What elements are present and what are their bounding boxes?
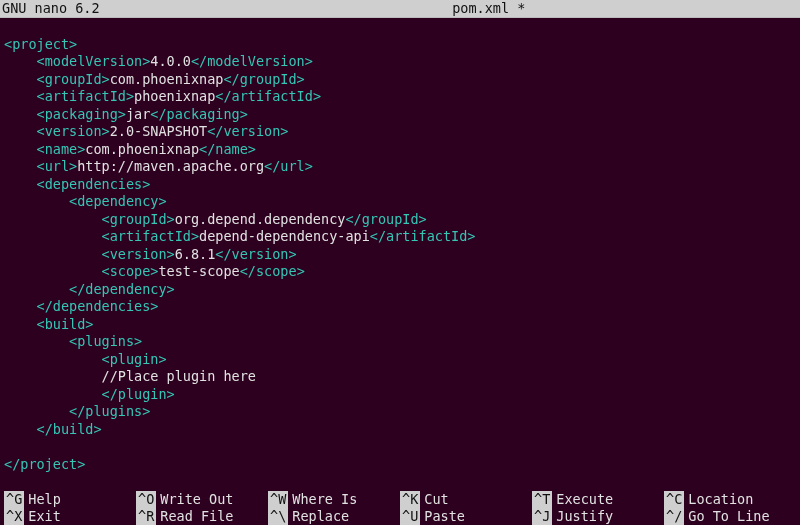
xml-tag: </version> <box>215 246 296 262</box>
shortcut-key: ^C <box>664 491 684 508</box>
xml-tag: </url> <box>264 158 313 174</box>
xml-text: 6.8.1 <box>175 246 216 262</box>
xml-tag: <build> <box>37 316 94 332</box>
xml-tag: <version> <box>102 246 175 262</box>
xml-text: com.phoenixnap <box>85 141 199 157</box>
shortcut-key: ^/ <box>664 508 684 525</box>
shortcut-label: Cut <box>424 491 448 508</box>
xml-tag: <name> <box>37 141 86 157</box>
xml-tag: <version> <box>37 123 110 139</box>
xml-tag: </packaging> <box>150 106 248 122</box>
shortcut-label: Paste <box>424 508 465 525</box>
xml-tag: <packaging> <box>37 106 126 122</box>
xml-tag: </version> <box>207 123 288 139</box>
shortcut-help[interactable]: ^GHelp <box>4 491 136 508</box>
shortcut-label: Go To Line <box>688 508 769 525</box>
xml-text: 2.0-SNAPSHOT <box>110 123 208 139</box>
xml-text: 4.0.0 <box>150 53 191 69</box>
xml-tag: </groupId> <box>345 211 426 227</box>
shortcut-key: ^J <box>532 508 552 525</box>
title-bar: GNU nano 6.2 pom.xml * <box>0 0 800 18</box>
shortcut-key: ^K <box>400 491 420 508</box>
xml-text: http://maven.apache.org <box>77 158 264 174</box>
xml-tag: </artifactId> <box>215 88 321 104</box>
xml-tag: <artifactId> <box>102 228 200 244</box>
shortcut-cut[interactable]: ^KCut <box>400 491 532 508</box>
shortcut-label: Location <box>688 491 753 508</box>
shortcut-row-2: ^XExit ^RRead File ^\Replace ^UPaste ^JJ… <box>0 508 800 525</box>
xml-tag: <groupId> <box>37 71 110 87</box>
xml-tag: </dependency> <box>69 281 175 297</box>
shortcut-key: ^O <box>136 491 156 508</box>
xml-tag: </scope> <box>240 263 305 279</box>
xml-tag: <dependencies> <box>37 176 151 192</box>
shortcut-execute[interactable]: ^TExecute <box>532 491 664 508</box>
shortcut-label: Help <box>28 491 61 508</box>
shortcut-readfile[interactable]: ^RRead File <box>136 508 268 525</box>
xml-tag: </modelVersion> <box>191 53 313 69</box>
xml-text: //Place plugin here <box>102 368 256 384</box>
shortcut-location[interactable]: ^CLocation <box>664 491 796 508</box>
xml-tag: </plugins> <box>69 403 150 419</box>
shortcut-gotoline[interactable]: ^/Go To Line <box>664 508 796 525</box>
shortcut-bar: ^GHelp ^OWrite Out ^WWhere Is ^KCut ^TEx… <box>0 491 800 525</box>
shortcut-key: ^T <box>532 491 552 508</box>
xml-tag: </artifactId> <box>370 228 476 244</box>
shortcut-row-1: ^GHelp ^OWrite Out ^WWhere Is ^KCut ^TEx… <box>0 491 800 508</box>
xml-tag: <dependency> <box>69 193 167 209</box>
shortcut-exit[interactable]: ^XExit <box>4 508 136 525</box>
xml-tag: <project> <box>4 36 77 52</box>
shortcut-label: Read File <box>160 508 233 525</box>
shortcut-label: Replace <box>292 508 349 525</box>
shortcut-label: Justify <box>556 508 613 525</box>
xml-tag: </plugin> <box>102 386 175 402</box>
shortcut-key: ^R <box>136 508 156 525</box>
xml-text: org.depend.dependency <box>175 211 346 227</box>
shortcut-key: ^U <box>400 508 420 525</box>
shortcut-label: Write Out <box>160 491 233 508</box>
xml-tag: </groupId> <box>223 71 304 87</box>
xml-text: jar <box>126 106 150 122</box>
xml-tag: <modelVersion> <box>37 53 151 69</box>
xml-tag: <scope> <box>102 263 159 279</box>
shortcut-label: Where Is <box>292 491 357 508</box>
xml-tag: <plugin> <box>102 351 167 367</box>
xml-tag: <groupId> <box>102 211 175 227</box>
shortcut-key: ^G <box>4 491 24 508</box>
shortcut-label: Exit <box>28 508 61 525</box>
shortcut-paste[interactable]: ^UPaste <box>400 508 532 525</box>
shortcut-key: ^W <box>268 491 288 508</box>
shortcut-justify[interactable]: ^JJustify <box>532 508 664 525</box>
shortcut-key: ^\ <box>268 508 288 525</box>
xml-tag: <artifactId> <box>37 88 135 104</box>
xml-tag: </project> <box>4 456 85 472</box>
xml-tag: </name> <box>199 141 256 157</box>
shortcut-writeout[interactable]: ^OWrite Out <box>136 491 268 508</box>
editor-content[interactable]: <project> <modelVersion>4.0.0</modelVers… <box>0 18 800 473</box>
xml-tag: <url> <box>37 158 78 174</box>
shortcut-whereis[interactable]: ^WWhere Is <box>268 491 400 508</box>
shortcut-replace[interactable]: ^\Replace <box>268 508 400 525</box>
xml-tag: </dependencies> <box>37 298 159 314</box>
filename: pom.xml * <box>100 0 798 17</box>
app-name: GNU nano 6.2 <box>2 0 100 17</box>
shortcut-key: ^X <box>4 508 24 525</box>
xml-tag: </build> <box>37 421 102 437</box>
xml-tag: <plugins> <box>69 333 142 349</box>
xml-text: phoenixnap <box>134 88 215 104</box>
shortcut-label: Execute <box>556 491 613 508</box>
xml-text: test-scope <box>158 263 239 279</box>
xml-text: com.phoenixnap <box>110 71 224 87</box>
xml-text: depend-dependency-api <box>199 228 370 244</box>
